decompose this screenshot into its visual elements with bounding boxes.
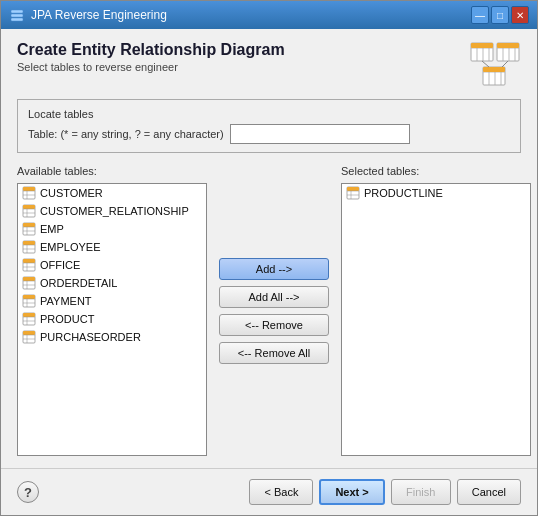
svg-rect-59 [23,313,35,317]
available-label: Available tables: [17,165,207,177]
svg-rect-29 [23,205,35,209]
minimize-button[interactable]: — [471,6,489,24]
action-buttons: Add --> Add All --> <-- Remove <-- Remov… [207,165,341,456]
title-bar: JPA Reverse Engineering — □ ✕ [1,1,537,29]
selected-label: Selected tables: [341,165,531,177]
svg-rect-49 [23,277,35,281]
remove-button[interactable]: <-- Remove [219,314,329,336]
next-button[interactable]: Next > [319,479,384,505]
window-icon [9,7,25,23]
header-row: Create Entity Relationship Diagram Selec… [17,41,521,87]
page-title: Create Entity Relationship Diagram [17,41,285,59]
filter-label: Table: (* = any string, ? = any characte… [28,128,224,140]
window-title: JPA Reverse Engineering [31,8,167,22]
list-item[interactable]: PAYMENT [18,292,206,310]
svg-rect-34 [23,223,35,227]
svg-rect-14 [497,43,519,48]
footer: ? < Back Next > Finish Cancel [1,468,537,515]
title-controls[interactable]: — □ ✕ [471,6,529,24]
svg-rect-2 [11,18,23,21]
diagram-icon [469,41,521,87]
add-all-button[interactable]: Add All --> [219,286,329,308]
cancel-button[interactable]: Cancel [457,479,521,505]
locate-group: Locate tables Table: (* = any string, ? … [17,99,521,153]
back-button[interactable]: < Back [249,479,313,505]
svg-rect-1 [11,14,23,17]
title-bar-left: JPA Reverse Engineering [9,7,167,23]
locate-label: Locate tables [28,108,510,120]
list-item[interactable]: OFFICE [18,256,206,274]
svg-rect-54 [23,295,35,299]
svg-line-21 [482,61,489,67]
svg-line-22 [502,61,508,67]
add-button[interactable]: Add --> [219,258,329,280]
svg-rect-44 [23,259,35,263]
table-filter-input[interactable] [230,124,410,144]
list-item[interactable]: EMPLOYEE [18,238,206,256]
help-button[interactable]: ? [17,481,39,503]
lists-area: Available tables: CUSTOMER CUSTOMER_RELA… [17,165,521,456]
svg-rect-8 [471,43,493,48]
footer-right: < Back Next > Finish Cancel [249,479,521,505]
maximize-button[interactable]: □ [491,6,509,24]
svg-rect-69 [347,187,359,191]
list-item[interactable]: ORDERDETAIL [18,274,206,292]
finish-button[interactable]: Finish [391,479,451,505]
main-content: Create Entity Relationship Diagram Selec… [1,29,537,468]
svg-rect-20 [483,67,505,72]
list-item[interactable]: EMP [18,220,206,238]
list-item[interactable]: CUSTOMER [18,184,206,202]
svg-rect-0 [11,10,23,13]
selected-section: Selected tables: PRODUCTLINE [341,165,531,456]
list-item[interactable]: PURCHASEORDER [18,328,206,346]
svg-rect-39 [23,241,35,245]
window: JPA Reverse Engineering — □ ✕ Create Ent… [0,0,538,516]
available-section: Available tables: CUSTOMER CUSTOMER_RELA… [17,165,207,456]
header-text: Create Entity Relationship Diagram Selec… [17,41,285,73]
list-item[interactable]: PRODUCTLINE [342,184,530,202]
close-button[interactable]: ✕ [511,6,529,24]
svg-rect-64 [23,331,35,335]
list-item[interactable]: PRODUCT [18,310,206,328]
list-item[interactable]: CUSTOMER_RELATIONSHIP [18,202,206,220]
remove-all-button[interactable]: <-- Remove All [219,342,329,364]
footer-left: ? [17,481,39,503]
available-tables-list[interactable]: CUSTOMER CUSTOMER_RELATIONSHIP EMP EMPLO… [17,183,207,456]
selected-tables-list[interactable]: PRODUCTLINE [341,183,531,456]
page-subtitle: Select tables to reverse engineer [17,61,285,73]
svg-rect-24 [23,187,35,191]
filter-row: Table: (* = any string, ? = any characte… [28,124,510,144]
